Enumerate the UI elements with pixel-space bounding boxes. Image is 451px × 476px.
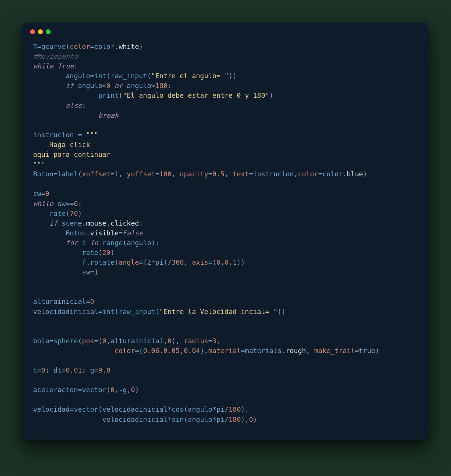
code-token: = [241,347,245,355]
code-token: . [86,258,90,266]
code-token: ( [78,170,82,178]
code-token: = [119,229,123,237]
code-token: = [110,170,115,178]
code-token: 9.8 [98,366,110,374]
code-token: = [208,170,212,178]
code-indent [33,219,49,227]
code-token: 180 [229,405,241,413]
code-token: label [58,170,78,178]
code-token: axis [192,258,208,266]
code-token: )) [229,72,237,80]
code-token: : [168,82,172,89]
code-token: cos [172,405,184,413]
code-token: opacity [180,170,208,178]
code-token: ,alturainicial, [106,337,168,345]
code-token: white [119,42,139,50]
code-token: ( [139,347,143,355]
code-token: ( [66,42,70,50]
code-token: i [78,239,90,247]
code-token: < [102,82,106,89]
code-token: = [90,42,94,50]
code-token: * [168,415,172,423]
code-token: = [355,347,359,355]
code-token: ), [172,337,184,345]
code-token: ) [135,386,139,394]
code-token: (velocidadinicial [98,405,167,413]
code-token: 70 [70,209,78,217]
code-token: color [322,170,343,178]
code-token: ( [147,72,151,80]
code-token: text [233,170,249,178]
close-icon[interactable] [30,29,35,34]
code-token: , [224,170,233,178]
code-token: angulo [123,82,151,89]
code-token: ) [253,415,257,423]
code-token: ( [115,308,119,315]
code-token: 0 [74,200,78,208]
code-token: = [70,405,74,413]
code-token: : [139,219,143,227]
code-indent [33,258,82,266]
code-token: ), [241,415,249,423]
code-token: : [82,102,86,109]
code-token: yoffset [127,170,155,178]
code-token: while [33,200,53,208]
code-token: , [229,258,233,266]
code-indent [33,249,82,256]
code-token: material [208,347,241,355]
code-token: = [94,366,98,374]
code-token: 0 [131,386,135,394]
code-token: velocidadinicial [102,415,167,423]
code-token: , [172,170,180,178]
code-token: g, [123,386,131,394]
code-token: ( [212,258,216,266]
code-token: else [66,102,82,109]
code-token: if [49,219,58,227]
code-token: = [90,72,94,80]
code-token: raw_input [119,308,156,315]
maximize-icon[interactable] [46,29,51,34]
code-indent [33,347,115,355]
code-token: , [180,347,184,355]
code-token: "Entre el angulo= " [151,72,229,80]
code-token: 0.01 [66,366,82,374]
code-token: rate [82,249,98,256]
code-token: 0.05 [163,347,180,355]
code-token: ) [110,249,115,256]
code-token: velocidad [33,405,70,413]
code-token: ( [98,249,102,256]
code-token: """ [33,160,45,168]
code-token: visible [90,229,119,237]
code-token: * [212,415,216,423]
code-token: , [221,258,225,266]
code-token: (angulo): [123,239,159,247]
code-indent [33,268,82,276]
code-token: gcurve [41,42,66,50]
code-token: radius [184,337,208,345]
code-token: 180 [229,415,241,423]
code-token: = [78,386,82,394]
code-token: = [208,258,212,266]
code-token: 0 [41,366,45,374]
code-token: = [86,297,90,305]
code-token: ( [106,72,110,80]
code-token: ( [78,337,82,345]
code-token: ( [119,91,123,99]
code-token: 0 [110,386,115,394]
code-token: "El angulo debe estar entre 0 y 180" [123,91,269,99]
code-token: rotate [90,258,115,266]
code-token: = [90,268,94,276]
code-token: sw [53,200,66,208]
code-token: range [102,239,123,247]
code-token: velocidadinicial [33,308,98,315]
code-token: rough [286,347,306,355]
code-token: make_trail [314,347,355,355]
code-token: - [119,386,123,394]
code-token: 0 [45,189,50,197]
code-token: * [212,405,216,413]
code-token: 180 [155,82,168,89]
code-token: , [184,258,192,266]
code-token: while [33,62,53,70]
code-token: ( [143,258,147,266]
minimize-icon[interactable] [38,29,43,34]
